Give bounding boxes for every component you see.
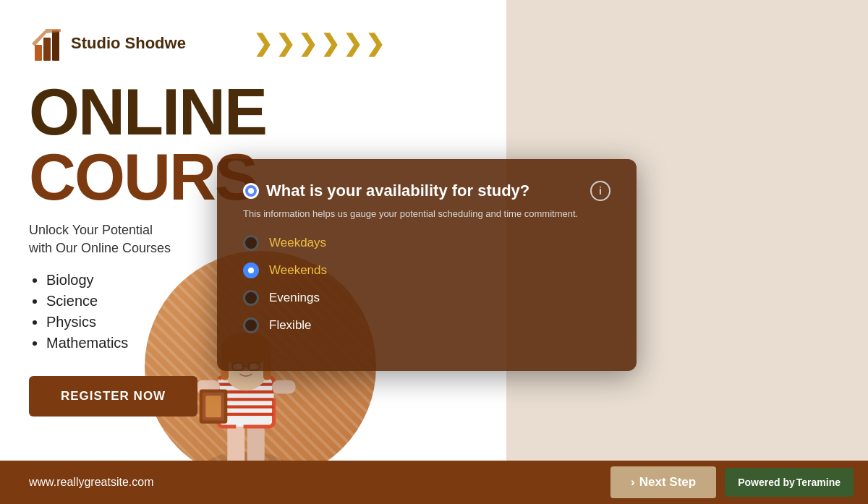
modal-radio-inner (248, 188, 254, 194)
modal-radio-icon (243, 183, 259, 199)
modal-subtitle: This information helps us gauge your pot… (243, 208, 610, 219)
register-button[interactable]: REGISTER NOW (29, 376, 197, 417)
next-step-area: › Next Step Powered by Teramine (610, 461, 868, 504)
next-step-button[interactable]: › Next Step (610, 466, 716, 498)
option-label-weekends: Weekends (269, 263, 327, 278)
radio-weekdays[interactable] (243, 235, 259, 251)
footer-bar: www.reallygreatsite.com (0, 461, 506, 504)
powered-label: Powered by (738, 477, 795, 488)
powered-brand: Teramine (796, 477, 841, 488)
next-step-label: Next Step (639, 475, 696, 490)
logo-container: Studio Shodwe (29, 25, 186, 62)
svg-rect-1 (43, 38, 51, 61)
option-label-evenings: Evenings (269, 291, 320, 305)
svg-rect-2 (52, 30, 59, 61)
option-weekends[interactable]: Weekends (243, 262, 610, 278)
radio-evenings[interactable] (243, 290, 259, 306)
footer-url: www.reallygreatsite.com (29, 476, 154, 489)
next-step-arrow: › (631, 475, 635, 490)
modal-title: What is your availability for study? (266, 181, 529, 200)
svg-rect-0 (35, 45, 42, 61)
option-label-weekdays: Weekdays (269, 236, 326, 250)
option-label-flexible: Flexible (269, 318, 312, 333)
option-weekdays[interactable]: Weekdays (243, 235, 610, 251)
modal-overlay: What is your availability for study? i T… (217, 159, 637, 371)
header: Studio Shodwe ❯❯❯❯❯❯ (0, 0, 506, 87)
chevrons-decoration: ❯❯❯❯❯❯ (253, 30, 388, 57)
info-icon[interactable]: i (590, 181, 610, 201)
modal-title-row: What is your availability for study? (243, 181, 529, 200)
logo-text: Studio Shodwe (71, 34, 186, 53)
radio-weekends[interactable] (243, 262, 259, 278)
powered-by: Powered by Teramine (725, 468, 854, 497)
option-flexible[interactable]: Flexible (243, 317, 610, 333)
hero-line1: ONLINE (29, 80, 266, 145)
modal-header: What is your availability for study? i (243, 181, 610, 201)
logo-icon (29, 25, 64, 62)
svg-rect-15 (272, 380, 296, 394)
option-evenings[interactable]: Evenings (243, 290, 610, 306)
radio-flexible[interactable] (243, 317, 259, 333)
